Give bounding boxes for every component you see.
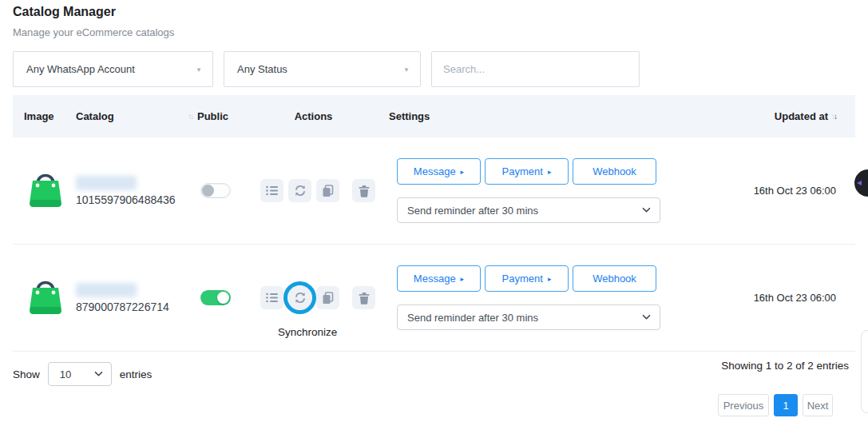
column-header-image[interactable]: Image [24,110,76,122]
chevron-down-icon [94,369,102,377]
column-header-public[interactable]: Public [197,110,260,122]
shopping-bag-icon [26,166,65,213]
sort-icon[interactable]: ↑↓ [188,112,192,121]
chevron-down-icon [642,205,650,213]
webhook-settings-button[interactable]: Webhook [573,158,656,185]
delete-button[interactable] [352,179,375,202]
chevron-down-icon [642,313,650,321]
page-size-control: Show 10 entries [13,362,152,386]
list-icon [266,293,278,303]
trash-icon [359,292,370,305]
catalog-name-cell: 1015597906488436 [76,176,197,206]
settings-cell: Message ▸ Payment ▸ Webhook Send reminde… [389,265,668,330]
floating-widget-handle[interactable] [854,169,868,197]
settings-cell: Message ▸ Payment ▸ Webhook Send reminde… [389,158,668,223]
table-header-row: Image Catalog ↑↓ Public Actions Settings… [13,95,855,137]
shopping-bag-icon [26,273,65,320]
actions-cell [260,179,389,202]
duplicate-button[interactable] [316,286,339,309]
showing-entries-text: Showing 1 to 2 of 2 entries [721,360,849,372]
status-selected-value: Any Status [237,63,287,75]
scrollbar-thumb[interactable] [861,330,868,413]
copy-icon [322,185,334,197]
public-toggle[interactable] [200,290,231,305]
column-header-updated-at[interactable]: Updated at ↑↓ [668,110,855,122]
page-subtitle: Manage your eCommerce catalogs [13,26,174,38]
reminder-selected-value: Send reminder after 30 mins [407,312,538,324]
pagination: Previous 1 Next [718,394,833,416]
public-cell [197,290,260,305]
catalog-row: 879000787226714 [13,245,855,352]
actions-cell: Synchronize [260,286,389,309]
payment-settings-button[interactable]: Payment ▸ [485,265,569,292]
message-settings-button[interactable]: Message ▸ [397,158,481,185]
trash-icon [359,185,370,197]
catalog-manager-page: Catalog Manager Manage your eCommerce ca… [0,0,868,430]
sort-icon[interactable]: ↑↓ [831,112,836,121]
delete-button[interactable] [352,286,375,309]
page-size-value: 10 [60,368,71,380]
whatsapp-account-selected-value: Any WhatsApp Account [26,63,135,75]
reminder-dropdown[interactable]: Send reminder after 30 mins [397,305,660,330]
catalog-image-cell [24,166,76,216]
page-size-dropdown[interactable]: 10 [48,362,112,386]
catalog-name-redacted [76,283,137,297]
entries-label: entries [120,368,153,380]
search-input[interactable] [431,51,640,87]
dropdown-caret-icon: ▼ [403,66,410,73]
catalog-id: 879000787226714 [76,301,197,313]
duplicate-button[interactable] [316,179,339,202]
current-page-button[interactable]: 1 [774,394,798,416]
payment-settings-button[interactable]: Payment ▸ [485,158,569,185]
column-header-actions[interactable]: Actions [260,110,389,122]
table-footer: Show 10 entries Showing 1 to 2 of 2 entr… [13,352,855,430]
webhook-settings-button[interactable]: Webhook [573,265,656,292]
caret-right-icon: ▸ [461,275,465,283]
catalog-row: 1015597906488436 [13,137,855,245]
filter-bar: Any WhatsApp Account ▼ Any Status ▼ [13,51,640,87]
synchronize-button[interactable] [288,179,311,202]
catalog-table: Image Catalog ↑↓ Public Actions Settings… [13,95,855,352]
synchronize-tooltip: Synchronize [278,326,337,338]
reminder-dropdown[interactable]: Send reminder after 30 mins [397,197,660,223]
column-header-catalog[interactable]: Catalog ↑↓ [76,110,197,122]
show-label: Show [13,368,40,380]
list-items-button[interactable] [260,179,283,202]
dropdown-caret-icon: ▼ [196,66,202,73]
catalog-name-cell: 879000787226714 [76,283,197,313]
list-items-button[interactable] [260,286,283,309]
page-title: Catalog Manager [13,5,116,19]
synchronize-button[interactable] [288,286,311,309]
caret-right-icon: ▸ [461,168,465,176]
column-header-settings[interactable]: Settings [389,110,668,122]
public-toggle[interactable] [200,183,231,198]
reminder-selected-value: Send reminder after 30 mins [407,205,538,217]
next-page-button[interactable]: Next [803,394,833,416]
whatsapp-account-dropdown[interactable]: Any WhatsApp Account ▼ [13,51,213,87]
catalog-image-cell [24,273,76,323]
copy-icon [322,292,334,305]
arrow-left-icon [857,181,862,185]
catalog-name-redacted [76,176,137,190]
catalog-id: 1015597906488436 [76,193,197,206]
public-cell [197,183,260,198]
sync-icon [294,292,307,304]
updated-at-value: 16th Oct 23 06:00 [668,292,855,304]
caret-right-icon: ▸ [548,168,552,176]
updated-at-value: 16th Oct 23 06:00 [668,185,855,197]
list-icon [266,185,278,196]
previous-page-button[interactable]: Previous [718,394,769,416]
sync-icon [294,185,307,197]
caret-right-icon: ▸ [548,275,552,283]
message-settings-button[interactable]: Message ▸ [397,265,481,292]
status-dropdown[interactable]: Any Status ▼ [224,51,421,87]
